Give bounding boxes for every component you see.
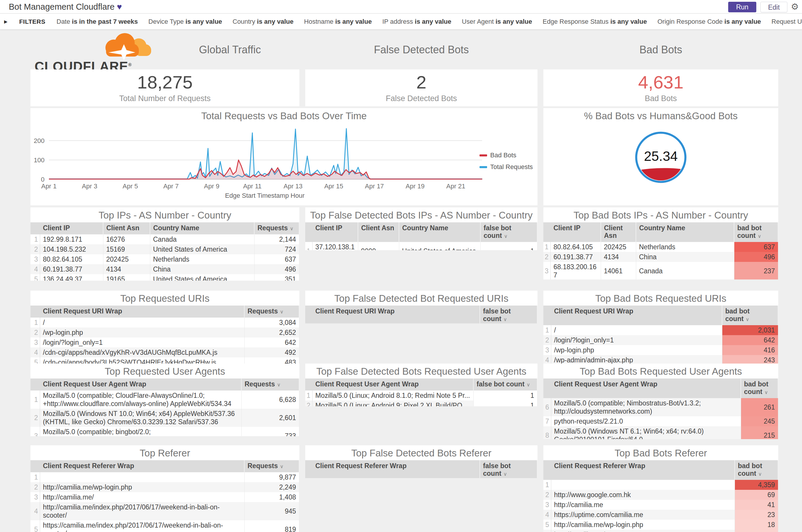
column-header-country-name[interactable]: Country Name (399, 222, 480, 242)
column-header-client-request-uri-wrap[interactable]: Client Request URI Wrap (40, 306, 244, 318)
column-header-country-name[interactable]: Country Name (636, 222, 734, 242)
kpi-value[interactable]: 4,631 (638, 73, 683, 92)
column-header-client-ip[interactable]: Client IP (312, 222, 358, 242)
cell[interactable]: /wp-login.php (551, 345, 722, 355)
cell[interactable]: 496 (734, 252, 778, 262)
cell[interactable]: python-requests/2.21.0 (551, 416, 741, 426)
filter-chip[interactable]: Date is in the past 7 weeks (57, 18, 138, 25)
column-header-client-ip[interactable]: Client IP (550, 222, 601, 242)
cell[interactable]: China (150, 264, 254, 274)
filter-chip[interactable]: Device Type is any value (149, 18, 222, 25)
cell[interactable]: 496 (254, 264, 299, 274)
gauge-chart[interactable]: 25.34 (631, 128, 690, 187)
cell[interactable]: 724 (254, 244, 299, 254)
cell[interactable]: 4134 (103, 264, 150, 274)
kpi-value[interactable]: 18,275 (137, 73, 193, 92)
cell[interactable]: Mozilla/5.0 (compatible; Nimbostratus-Bo… (551, 398, 741, 416)
cell[interactable]: China (636, 252, 734, 262)
cell[interactable]: 69 (734, 490, 778, 500)
cell[interactable]: 60.191.38.77 (550, 252, 601, 262)
cell[interactable]: 80.82.64.105 (550, 242, 601, 252)
cell[interactable]: 483 (244, 357, 299, 364)
cell[interactable]: United States of America (150, 274, 254, 281)
column-header-client-request-uri-wrap[interactable]: Client Request URI Wrap (551, 306, 722, 325)
column-header-client-ip[interactable]: Client IP (40, 222, 103, 234)
column-header-bad-bot-count[interactable]: bad bot count∨ (741, 379, 778, 398)
filter-chip[interactable]: Edge Response Status is any value (543, 18, 647, 25)
cell[interactable]: 11 (734, 530, 778, 532)
filter-chip[interactable]: User Agent is any value (462, 18, 532, 25)
cell[interactable] (40, 472, 244, 482)
cell[interactable]: 637 (734, 242, 778, 252)
filter-chip[interactable]: Origin Response Code is any value (657, 18, 761, 25)
filter-chip[interactable]: IP address is any value (382, 18, 452, 25)
cell[interactable]: Netherlands (150, 254, 254, 264)
cell[interactable]: /login/?login_only=1 (40, 338, 244, 347)
cell[interactable]: 1 (480, 242, 537, 250)
column-header-client-request-referer-wrap[interactable]: Client Request Referer Wrap (312, 460, 480, 478)
cell[interactable]: United States of America (150, 244, 254, 254)
cell[interactable]: http://camilia.me/ (40, 492, 244, 502)
cell[interactable]: 945 (244, 502, 299, 520)
cell[interactable]: /login/?login_only=1 (551, 335, 722, 345)
cell[interactable]: 733 (241, 427, 299, 436)
filter-chip[interactable]: Country is any value (233, 18, 293, 25)
cell[interactable]: 202425 (103, 254, 150, 264)
column-header-client-asn[interactable]: Client Asn (103, 222, 150, 234)
column-header-client-request-user-agent-wrap[interactable]: Client Request User Agent Wrap (40, 379, 241, 391)
cell[interactable]: http://camilia.me/index.php/2017/06/17/w… (40, 502, 244, 520)
legend-item[interactable]: Bad Bots (479, 151, 533, 159)
cell[interactable]: /cdn-cgi/apps/head/xVgyKhR-vV3dAUGhMqfBc… (40, 347, 244, 357)
column-header-requests[interactable]: Requests∨ (254, 222, 299, 234)
cell[interactable]: / (551, 325, 722, 335)
cell[interactable]: 104.198.5.232 (40, 244, 103, 254)
column-header-client-request-referer-wrap[interactable]: Client Request Referer Wrap (40, 460, 244, 472)
cell[interactable]: 202425 (601, 242, 636, 252)
cell[interactable]: 2,031 (722, 325, 778, 335)
column-header-false-bot-count[interactable]: false bot count∨ (480, 306, 537, 323)
legend-item[interactable]: Total Requests (479, 163, 533, 171)
cell[interactable]: 16276 (103, 234, 150, 244)
column-header-client-asn[interactable]: Client Asn (358, 222, 399, 242)
cell[interactable]: http://www.google.com.hk (551, 490, 734, 500)
cell[interactable]: 37.120.138.173 (312, 242, 358, 250)
cell[interactable]: /cdn-cgi/apps/body/3Lh52SjWTQ4HRlErJykHq… (40, 357, 244, 364)
timeseries-plot[interactable]: 0100200Apr 1Apr 3Apr 5Apr 7Apr 9Apr 11Ap… (31, 124, 499, 205)
edit-button[interactable]: Edit (760, 2, 787, 12)
cell[interactable]: United States of America (399, 242, 480, 250)
cell[interactable]: Netherlands (636, 242, 734, 252)
filter-chip[interactable]: Request URI is any value (771, 18, 802, 25)
cell[interactable]: 68.183.200.167 (550, 262, 601, 280)
cell[interactable]: 2,601 (241, 408, 299, 427)
column-header-bad-bot-count[interactable]: bad bot count∨ (734, 222, 778, 242)
cell[interactable]: 23 (734, 510, 778, 520)
cell[interactable]: 2,144 (254, 234, 299, 244)
cell[interactable]: 41 (734, 500, 778, 510)
cell[interactable]: 642 (722, 335, 778, 345)
gear-icon[interactable]: ⚙ (791, 1, 799, 12)
cell[interactable]: Mozilla/5.0 (Windows NT 6.1; Win64; x64;… (551, 426, 741, 439)
filter-chip[interactable]: Hostname is any value (304, 18, 372, 25)
cell[interactable]: Mozilla/5.0 (compatible; bingbot/2.0; +h… (40, 427, 241, 436)
cell[interactable]: 19165 (103, 274, 150, 281)
cell[interactable]: 14061 (601, 262, 636, 280)
filters-expand-icon[interactable]: ▶ (4, 19, 7, 24)
cell[interactable]: 637 (254, 254, 299, 264)
cell[interactable]: 1 (473, 391, 537, 400)
cell[interactable]: 261 (741, 398, 778, 416)
cell[interactable]: Mozilla/5.0 (Linux; Android 9; Pixel 2 X… (312, 400, 473, 406)
column-header-false-bot-count[interactable]: false bot count∨ (480, 222, 537, 242)
kpi-value[interactable]: 2 (416, 73, 426, 92)
cell[interactable]: 1,408 (244, 492, 299, 502)
cell[interactable]: 2,249 (244, 482, 299, 492)
cell[interactable]: 243 (722, 355, 778, 364)
cell[interactable]: 492 (244, 347, 299, 357)
cell[interactable]: 3,084 (244, 318, 299, 327)
cell[interactable]: /wp-admin/admin-ajax.php (551, 355, 722, 364)
cell[interactable]: 192.99.8.171 (40, 234, 103, 244)
cell[interactable]: 6,628 (241, 391, 299, 408)
cell[interactable]: 351 (254, 274, 299, 281)
cell[interactable]: /wp-login.php (40, 327, 244, 338)
column-header-bad-bot-count[interactable]: bad bot count∨ (734, 460, 778, 480)
column-header-country-name[interactable]: Country Name (150, 222, 254, 234)
